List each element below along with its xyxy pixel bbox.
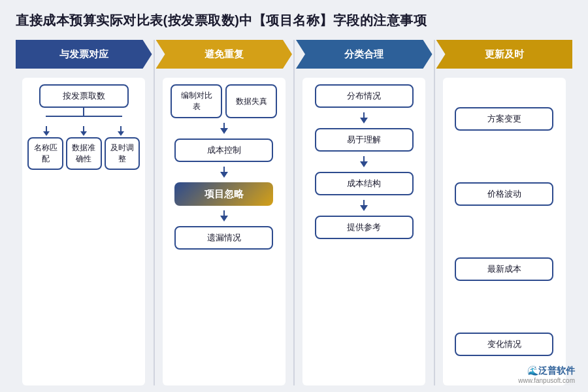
arrow-line-1 — [223, 123, 225, 128]
page-title: 直接成本预算实际对比表(按发票取数)中【项目名称】字段的注意事项 — [16, 12, 572, 29]
arrow-line-c3-3 — [363, 200, 365, 205]
col2-arrow-2 — [220, 167, 228, 178]
separator-3 — [434, 40, 435, 385]
col4-header: 更新及时 — [436, 40, 573, 69]
col2-header: 避免重复 — [156, 40, 293, 69]
col3-content: 分布情况 易于理解 成本结构 — [302, 78, 425, 385]
main-container: 直接成本预算实际对比表(按发票取数)中【项目名称】字段的注意事项 与发票对应 按… — [0, 0, 588, 392]
sub-arrow-2 — [80, 126, 87, 136]
arrow-head-2 — [220, 172, 228, 178]
col2-arrow-3 — [220, 210, 228, 221]
arrow-head-1 — [220, 128, 228, 134]
arrow-tip-2 — [80, 131, 87, 136]
col3-box-2: 易于理解 — [315, 128, 414, 152]
small-box-1: 名称匹配 — [27, 137, 63, 170]
col3-arrow-2 — [360, 156, 368, 167]
column-4: 更新及时 方案变更 价格波动 最新成本 变化情况 — [436, 40, 573, 385]
vert-line-3 — [120, 126, 122, 131]
col1-branch-wrapper: 名称匹配 数据准确性 及时调整 — [27, 137, 140, 170]
separator-2 — [293, 40, 295, 385]
col2-box-4: 遗漏情况 — [174, 226, 273, 250]
col1-tree-connector — [27, 108, 140, 126]
col4-box-1: 方案变更 — [455, 107, 553, 131]
col2-arrow-1 — [220, 123, 228, 134]
col4-content: 方案变更 价格波动 最新成本 变化情况 — [443, 78, 566, 385]
col2-box-highlight: 项目忽略 — [174, 182, 273, 206]
col2-box-1: 编制对比表 — [171, 84, 222, 118]
arrow-head-c3-1 — [360, 118, 368, 123]
arrow-line-2 — [223, 167, 225, 172]
watermark-logo: 🌊泛普软件 — [518, 365, 575, 377]
small-box-3: 及时调整 — [105, 137, 140, 170]
vert-line-2 — [83, 126, 84, 131]
col2-content: 编制对比表 数据失真 成本控制 项目忽 — [163, 78, 286, 385]
arrow-head-c3-3 — [360, 205, 368, 211]
sub-arrow-1 — [43, 126, 50, 136]
arrow-head-c3-2 — [360, 161, 368, 167]
arrow-line-3 — [223, 210, 225, 216]
col3-box-4: 提供参考 — [315, 216, 414, 239]
col3-header: 分类合理 — [296, 40, 433, 69]
arrow-line-c3-1 — [363, 112, 365, 118]
col1-content: 按发票取数 — [22, 78, 145, 385]
small-box-2: 数据准确性 — [66, 137, 102, 170]
watermark: 🌊泛普软件 www.fanpusoft.com — [518, 365, 575, 384]
vert-line-1 — [46, 126, 47, 131]
arrow-tip-3 — [118, 131, 124, 136]
separator-1 — [154, 40, 155, 385]
col3-box-1: 分布情况 — [315, 84, 414, 108]
column-3: 分类合理 分布情况 易于理解 成本结构 — [296, 40, 433, 385]
column-2: 避免重复 编制对比表 数据失真 成本控制 — [156, 40, 293, 385]
col1-sub-arrows — [27, 126, 140, 136]
col1-inner: 按发票取数 — [27, 84, 140, 170]
arrow-head-3 — [220, 216, 228, 221]
col2-box-2: 数据失真 — [225, 84, 277, 118]
col1-box-main: 按发票取数 — [39, 84, 129, 108]
col2-box-3: 成本控制 — [174, 139, 273, 162]
col3-arrow-3 — [360, 200, 368, 211]
sub-arrow-3 — [118, 126, 124, 136]
col1-header: 与发票对应 — [16, 40, 152, 69]
col4-box-3: 最新成本 — [455, 257, 553, 281]
col3-box-3: 成本结构 — [315, 172, 414, 195]
col2-two-boxes: 编制对比表 数据失真 — [168, 84, 280, 118]
col4-box-4: 变化情况 — [455, 333, 553, 356]
column-1: 与发票对应 按发票取数 — [16, 40, 152, 385]
columns-wrapper: 与发票对应 按发票取数 — [16, 40, 572, 385]
watermark-url: www.fanpusoft.com — [518, 377, 575, 384]
col3-arrow-1 — [360, 112, 368, 123]
col4-box-2: 价格波动 — [455, 182, 553, 206]
arrow-tip-1 — [43, 131, 50, 136]
arrow-line-c3-2 — [363, 156, 365, 161]
